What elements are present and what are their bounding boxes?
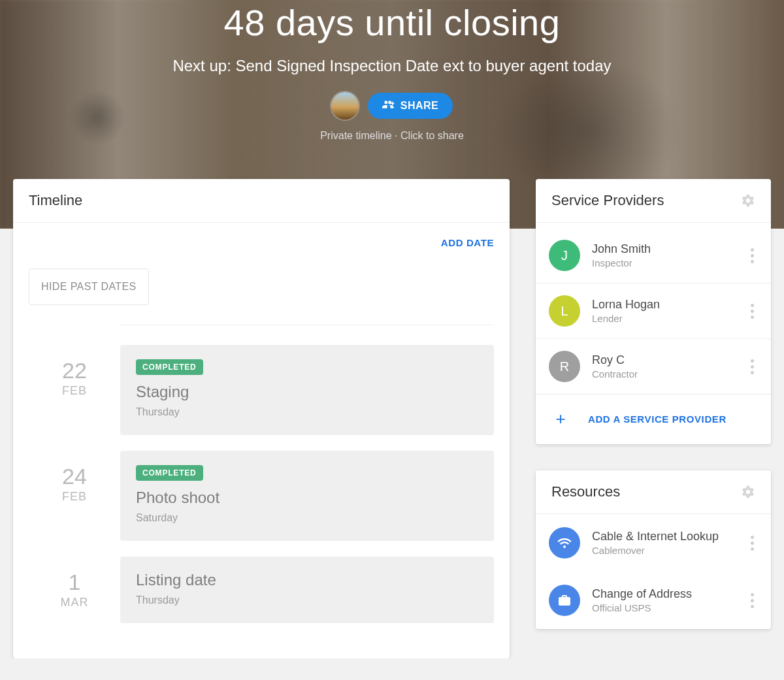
provider-item[interactable]: R Roy C Contractor: [536, 339, 771, 394]
add-date-button[interactable]: ADD DATE: [441, 237, 494, 248]
event-month: MAR: [29, 596, 120, 609]
profile-avatar[interactable]: [331, 92, 359, 120]
briefcase-icon: [549, 585, 580, 616]
provider-role: Inspector: [592, 257, 651, 268]
provider-name: John Smith: [592, 242, 651, 256]
timeline-event: 22 FEB COMPLETED Staging Thursday: [29, 345, 494, 435]
timeline-card: Timeline ADD DATE HIDE PAST DATES 22 FEB…: [13, 179, 510, 658]
gear-icon[interactable]: [741, 193, 755, 208]
add-provider-button[interactable]: + ADD A SERVICE PROVIDER: [536, 394, 771, 444]
resource-sub: Cablemover: [592, 545, 719, 556]
event-date: 24 FEB: [29, 451, 120, 541]
event-day: 22: [29, 359, 120, 381]
timeline-heading: Timeline: [29, 192, 82, 209]
avatar-initial: L: [561, 304, 568, 319]
share-button[interactable]: SHARE: [368, 93, 453, 119]
share-people-icon: [382, 99, 395, 112]
event-card[interactable]: COMPLETED Staging Thursday: [120, 345, 494, 435]
event-month: FEB: [29, 384, 120, 398]
resource-item[interactable]: Change of Address Official USPS: [536, 572, 771, 629]
more-icon[interactable]: [747, 355, 758, 378]
event-card[interactable]: COMPLETED Photo shoot Saturday: [120, 451, 494, 541]
provider-role: Contractor: [592, 368, 638, 380]
provider-role: Lender: [592, 313, 660, 324]
status-badge: COMPLETED: [136, 359, 203, 375]
resource-item[interactable]: Cable & Internet Lookup Cablemover: [536, 514, 771, 572]
event-title: Photo shoot: [136, 489, 478, 507]
privacy-text[interactable]: Private timeline · Click to share: [0, 130, 784, 142]
event-title: Listing date: [136, 571, 478, 589]
resources-heading: Resources: [551, 483, 620, 500]
wifi-icon: [549, 527, 580, 559]
provider-name: Roy C: [592, 353, 638, 367]
timeline-event: 24 FEB COMPLETED Photo shoot Saturday: [29, 451, 494, 541]
timeline-divider: [120, 325, 494, 325]
plus-icon: +: [551, 410, 570, 427]
provider-avatar: J: [549, 240, 580, 271]
add-provider-label: ADD A SERVICE PROVIDER: [588, 413, 727, 425]
event-month: FEB: [29, 490, 120, 504]
gear-icon[interactable]: [741, 485, 755, 499]
avatar-initial: R: [560, 359, 569, 374]
provider-item[interactable]: L Lorna Hogan Lender: [536, 283, 771, 339]
status-badge: COMPLETED: [136, 465, 203, 481]
event-day: 1: [29, 571, 120, 593]
resources-card: Resources Cable & Internet Lookup Cablem…: [536, 470, 771, 629]
service-providers-card: Service Providers J John Smith Inspector: [536, 179, 771, 444]
providers-list: J John Smith Inspector L Lorna Hogan Len…: [536, 223, 771, 394]
provider-avatar: L: [549, 295, 580, 327]
share-button-label: SHARE: [400, 100, 439, 112]
page-title: 48 days until closing: [0, 0, 784, 44]
more-icon[interactable]: [747, 244, 758, 267]
event-weekday: Thursday: [136, 594, 478, 606]
event-weekday: Thursday: [136, 406, 478, 418]
timeline-event: 1 MAR Listing date Thursday: [29, 557, 494, 623]
hide-past-dates-button[interactable]: HIDE PAST DATES: [29, 268, 149, 305]
avatar-initial: J: [561, 248, 568, 263]
event-weekday: Saturday: [136, 512, 478, 524]
provider-item[interactable]: J John Smith Inspector: [536, 228, 771, 283]
provider-avatar: R: [549, 351, 580, 382]
next-action-text: Next up: Send Signed Inspection Date ext…: [144, 56, 640, 76]
event-title: Staging: [136, 383, 478, 401]
resource-name: Change of Address: [592, 587, 692, 601]
more-icon[interactable]: [747, 532, 758, 555]
event-day: 24: [29, 465, 120, 487]
event-card[interactable]: Listing date Thursday: [120, 557, 494, 623]
event-date: 1 MAR: [29, 557, 120, 623]
service-providers-heading: Service Providers: [551, 192, 664, 209]
more-icon[interactable]: [747, 300, 758, 323]
provider-name: Lorna Hogan: [592, 298, 660, 312]
resource-sub: Official USPS: [592, 602, 692, 613]
resource-name: Cable & Internet Lookup: [592, 530, 719, 543]
more-icon[interactable]: [747, 589, 758, 612]
event-date: 22 FEB: [29, 345, 120, 435]
